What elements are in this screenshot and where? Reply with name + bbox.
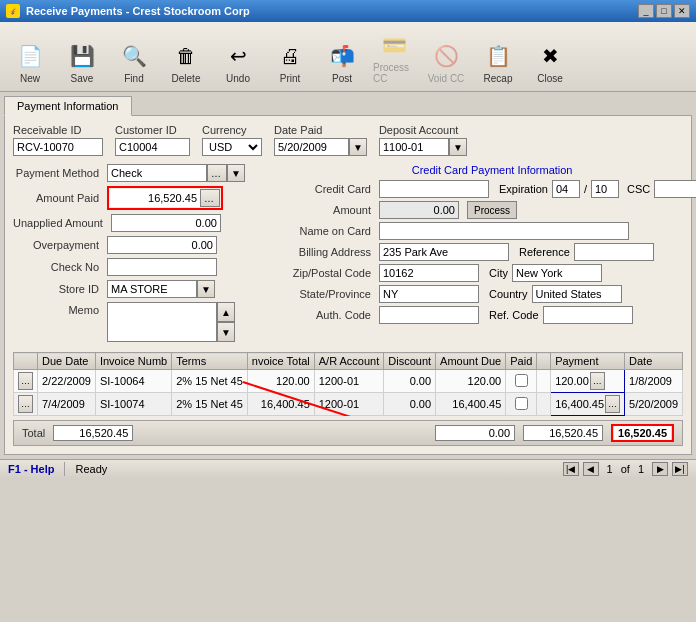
print-button[interactable]: 🖨 Print xyxy=(266,37,314,87)
name-on-card-input[interactable] xyxy=(379,222,629,240)
expiration-month-input[interactable] xyxy=(552,180,580,198)
row2-paid-checkbox[interactable] xyxy=(515,397,528,410)
csc-input[interactable] xyxy=(654,180,696,198)
recap-button[interactable]: 📋 Recap xyxy=(474,37,522,87)
process-cc-button[interactable]: 💳 Process CC xyxy=(370,26,418,87)
col-due-date: Due Date xyxy=(38,353,96,370)
row2-payment: 16,400.45 … xyxy=(551,393,625,416)
deposit-account-input[interactable] xyxy=(379,138,449,156)
deposit-account-picker-button[interactable]: ▼ xyxy=(449,138,467,156)
find-button[interactable]: 🔍 Find xyxy=(110,37,158,87)
maximize-button[interactable]: □ xyxy=(656,4,672,18)
reference-input[interactable] xyxy=(574,243,654,261)
payment-method-dropdown-button[interactable]: ▼ xyxy=(227,164,245,182)
recap-icon: 📋 xyxy=(482,40,514,72)
check-no-input[interactable] xyxy=(107,258,217,276)
cc-title: Credit Card Payment Information xyxy=(285,164,696,176)
expiration-label: Expiration xyxy=(499,183,548,195)
void-cc-icon: 🚫 xyxy=(430,40,462,72)
payment-total-box: 16,520.45 xyxy=(611,424,674,442)
row1-payment-button[interactable]: … xyxy=(590,372,605,390)
new-button[interactable]: 📄 New xyxy=(6,37,54,87)
row2-amount-due: 16,400.45 xyxy=(436,393,506,416)
row1-paid-checkbox[interactable] xyxy=(515,374,528,387)
memo-scroll-up-button[interactable]: ▲ xyxy=(217,302,235,322)
post-button[interactable]: 📬 Post xyxy=(318,37,366,87)
country-input[interactable] xyxy=(532,285,622,303)
check-no-label: Check No xyxy=(13,261,103,273)
row1-paid xyxy=(506,370,537,393)
receivable-id-input[interactable] xyxy=(13,138,103,156)
date-paid-picker-button[interactable]: ▼ xyxy=(349,138,367,156)
delete-button[interactable]: 🗑 Delete xyxy=(162,37,210,87)
row2-payment-button[interactable]: … xyxy=(605,395,620,413)
row2-due-date: 7/4/2009 xyxy=(38,393,96,416)
store-id-input[interactable] xyxy=(107,280,197,298)
close-window-button[interactable]: ✕ xyxy=(674,4,690,18)
payment-method-picker-button[interactable]: … xyxy=(207,164,227,182)
table-row: … 2/22/2009 SI-10064 2% 15 Net 45 120.00… xyxy=(14,370,683,393)
col-discount: Discount xyxy=(384,353,436,370)
of-label: of xyxy=(621,463,630,475)
amount-due-total: 16,520.45 xyxy=(523,425,603,441)
row1-nav-button[interactable]: … xyxy=(18,372,33,390)
row2-empty xyxy=(537,393,551,416)
void-cc-button[interactable]: 🚫 Void CC xyxy=(422,37,470,87)
row1-date: 1/8/2009 xyxy=(625,370,683,393)
customer-id-input[interactable] xyxy=(115,138,190,156)
payment-method-label: Payment Method xyxy=(13,167,103,179)
col-amount-due: Amount Due xyxy=(436,353,506,370)
memo-textarea[interactable] xyxy=(107,302,217,342)
col-paid: Paid xyxy=(506,353,537,370)
delete-label: Delete xyxy=(172,73,201,84)
amount-paid-input[interactable] xyxy=(110,189,200,207)
process-button[interactable]: Process xyxy=(467,201,517,219)
credit-card-row: Credit Card Expiration / CSC xyxy=(285,180,696,198)
row1-amount-due: 120.00 xyxy=(436,370,506,393)
memo-row: Memo ▲ ▼ xyxy=(13,302,273,342)
close-button[interactable]: ✖ Close xyxy=(526,37,574,87)
overpayment-input[interactable] xyxy=(107,236,217,254)
ref-code-input[interactable] xyxy=(543,306,633,324)
store-id-group: ▼ xyxy=(107,280,215,298)
unapplied-amount-input[interactable] xyxy=(111,214,221,232)
post-icon: 📬 xyxy=(326,40,358,72)
help-link[interactable]: F1 - Help xyxy=(8,463,54,475)
expiration-year-input[interactable] xyxy=(591,180,619,198)
date-paid-input[interactable] xyxy=(274,138,349,156)
amount-paid-picker-button[interactable]: … xyxy=(200,189,220,207)
row1-discount: 0.00 xyxy=(384,370,436,393)
prev-page-button[interactable]: ◀ xyxy=(583,462,599,476)
tab-payment-information[interactable]: Payment Information xyxy=(4,96,132,116)
check-no-row: Check No xyxy=(13,258,273,276)
overpayment-row: Overpayment xyxy=(13,236,273,254)
row2-nav-button[interactable]: … xyxy=(18,395,33,413)
total-bar: Total 16,520.45 0.00 16,520.45 16,520.45 xyxy=(13,420,683,446)
row2-ar-account: 1200-01 xyxy=(314,393,384,416)
cc-amount-label: Amount xyxy=(285,204,375,216)
row2-terms: 2% 15 Net 45 xyxy=(172,393,248,416)
zip-code-input[interactable] xyxy=(379,264,479,282)
memo-scroll-down-button[interactable]: ▼ xyxy=(217,322,235,342)
minimize-button[interactable]: _ xyxy=(638,4,654,18)
col-terms: Terms xyxy=(172,353,248,370)
state-province-label: State/Province xyxy=(285,288,375,300)
city-input[interactable] xyxy=(512,264,602,282)
auth-code-input[interactable] xyxy=(379,306,479,324)
last-page-button[interactable]: ▶| xyxy=(672,462,688,476)
payment-method-input[interactable] xyxy=(107,164,207,182)
deposit-account-field: Deposit Account ▼ xyxy=(379,124,467,156)
undo-button[interactable]: ↩ Undo xyxy=(214,37,262,87)
credit-card-input[interactable] xyxy=(379,180,489,198)
auth-code-row: Auth. Code Ref. Code xyxy=(285,306,696,324)
first-page-button[interactable]: |◀ xyxy=(563,462,579,476)
status-text: Ready xyxy=(75,463,107,475)
billing-address-input[interactable] xyxy=(379,243,509,261)
save-button[interactable]: 💾 Save xyxy=(58,37,106,87)
status-left: F1 - Help Ready xyxy=(8,462,107,476)
store-id-dropdown-button[interactable]: ▼ xyxy=(197,280,215,298)
next-page-button[interactable]: ▶ xyxy=(652,462,668,476)
cc-amount-input[interactable] xyxy=(379,201,459,219)
state-province-input[interactable] xyxy=(379,285,479,303)
currency-select[interactable]: USD xyxy=(202,138,262,156)
